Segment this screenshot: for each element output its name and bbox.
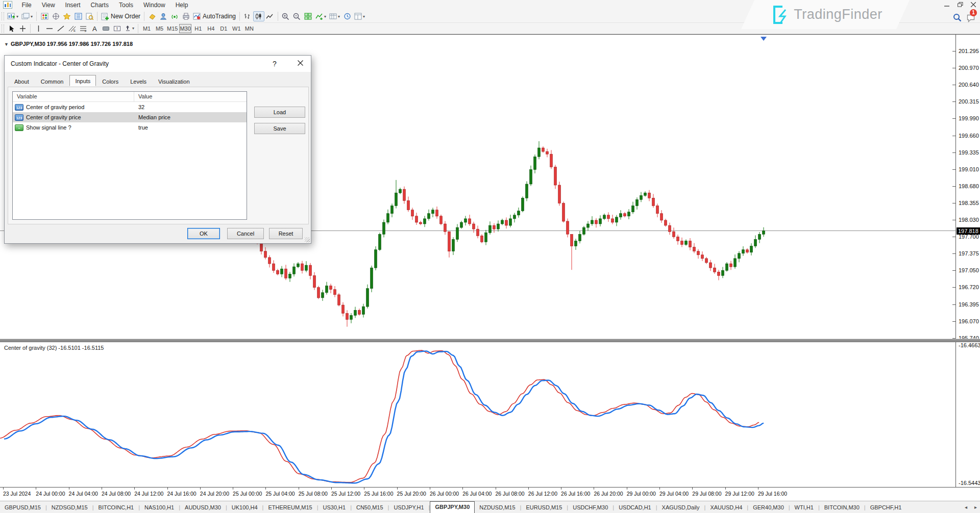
price-axis[interactable] [955, 34, 956, 488]
input-row-center-of-gravity-period[interactable]: 123Center of gravity period32 [13, 102, 247, 112]
timeframe-h4[interactable]: H4 [205, 24, 217, 33]
input-row-show-signal-line[interactable]: ~Show signal line ?true [13, 122, 247, 133]
dialog-tab-common[interactable]: Common [35, 76, 69, 87]
parameter-value[interactable]: 32 [134, 104, 247, 110]
symbol-tab-gbpchf-h1[interactable]: GBPCHF,H1 [866, 502, 906, 513]
toolbar-drag-handle[interactable] [2, 12, 4, 20]
community-button[interactable] [158, 11, 169, 21]
symbol-tab-gbpjpy-m30[interactable]: GBPJPY,M30 [430, 501, 475, 513]
timeframe-m5[interactable]: M5 [154, 24, 165, 33]
symbol-tab-ethereum-m15[interactable]: ETHEREUM,M15 [263, 502, 316, 513]
tab-scroll-right-icon[interactable]: ▸ [974, 504, 977, 510]
symbol-tab-gbpusd-m15[interactable]: GBPUSD,M15 [0, 502, 45, 513]
dialog-tab-colors[interactable]: Colors [96, 76, 124, 87]
indicators-button[interactable]: ▾ [314, 11, 328, 21]
dialog-tab-inputs[interactable]: Inputs [69, 75, 96, 86]
menu-item-window[interactable]: Window [138, 0, 170, 10]
symbol-tab-us30-h1[interactable]: US30,H1 [318, 502, 350, 513]
dialog-resize-grip[interactable] [305, 237, 310, 242]
menu-item-charts[interactable]: Charts [86, 0, 114, 10]
navigator-button[interactable] [50, 11, 61, 21]
arrows-button[interactable]: ▾ [122, 23, 136, 34]
parameter-value[interactable]: Median price [134, 114, 247, 120]
menu-item-view[interactable]: View [37, 0, 60, 10]
symbol-tab-nzdsgd-m15[interactable]: NZDSGD,M15 [47, 502, 92, 513]
parameter-value[interactable]: true [134, 124, 247, 131]
templates-button[interactable]: ▾ [353, 11, 366, 21]
timeframe-m15[interactable]: M15 [166, 24, 178, 33]
symbol-tab-bitcoin-m30[interactable]: BITCOIN,M30 [820, 502, 864, 513]
symbol-tab-usdcad-h1[interactable]: USDCAD,H1 [614, 502, 656, 513]
ok-button[interactable]: OK [187, 228, 220, 239]
restore-button[interactable] [955, 1, 965, 8]
reset-button[interactable]: Reset [269, 228, 303, 239]
timeframe-m30[interactable]: M30 [179, 24, 191, 33]
symbol-tab-usdchf-m30[interactable]: USDCHF,M30 [568, 502, 612, 513]
profiles-button[interactable]: ▾ [20, 11, 34, 21]
column-header-variable[interactable]: Variable [13, 92, 134, 101]
minimize-button[interactable] [942, 1, 951, 8]
new-chart-button[interactable]: ▾ [6, 11, 20, 21]
timeframe-mn[interactable]: MN [243, 24, 255, 33]
time-axis[interactable]: 23 Jul 202424 Jul 00:0024 Jul 04:0024 Ju… [0, 488, 980, 501]
clock-button[interactable] [341, 11, 353, 21]
signals-button[interactable] [169, 11, 180, 21]
rectangle-button[interactable] [100, 23, 111, 34]
timeframe-m1[interactable]: M1 [141, 24, 153, 33]
symbol-tab-cn50-m15[interactable]: CN50,M15 [352, 502, 388, 513]
market-watch-button[interactable] [39, 11, 50, 21]
periods-button[interactable]: ▾ [328, 11, 341, 21]
symbol-tab-ger40-m30[interactable]: GER40,M30 [748, 502, 789, 513]
toolbar-drag-handle[interactable] [2, 24, 4, 33]
vertical-line-button[interactable] [33, 23, 44, 34]
menu-item-file[interactable]: File [16, 0, 36, 10]
crosshair-button[interactable] [17, 23, 28, 34]
fibonacci-button[interactable]: F [78, 23, 89, 34]
channel-button[interactable]: E [66, 23, 78, 34]
timeframe-h1[interactable]: H1 [192, 24, 204, 33]
inputs-table[interactable]: Variable Value 123Center of gravity peri… [12, 91, 247, 220]
favorites-button[interactable] [61, 11, 72, 21]
load-button[interactable]: Load [254, 107, 305, 118]
metaeditor-button[interactable] [146, 11, 158, 21]
print-button[interactable] [180, 11, 191, 21]
tile-windows-button[interactable] [303, 11, 314, 21]
dialog-tab-visualization[interactable]: Visualization [153, 76, 195, 87]
symbol-tab-uk100-h4[interactable]: UK100,H4 [227, 502, 262, 513]
autotrading-button[interactable]: AutoTrading [191, 11, 237, 21]
cancel-button[interactable]: Cancel [227, 228, 264, 239]
trendline-button[interactable] [55, 23, 66, 34]
dialog-tab-levels[interactable]: Levels [125, 76, 152, 87]
save-button[interactable]: Save [254, 123, 305, 134]
symbol-tab-wti-h1[interactable]: WTI,H1 [790, 502, 818, 513]
notifications-button[interactable]: 1 [967, 12, 978, 22]
dialog-close-button[interactable] [291, 58, 309, 70]
symbol-tab-eurusd-m15[interactable]: EURUSD,M15 [521, 502, 567, 513]
symbol-tab-usdjpy-h1[interactable]: USDJPY,H1 [389, 502, 428, 513]
search-icon[interactable] [953, 13, 962, 22]
text-label-button[interactable]: T [111, 23, 122, 34]
dialog-titlebar[interactable]: Custom Indicator - Center of Gravity ? [5, 56, 311, 72]
symbol-tab-nas100-h1[interactable]: NAS100,H1 [140, 502, 179, 513]
tab-scroll-left-icon[interactable]: ◂ [965, 504, 967, 510]
zoom-out-button[interactable] [291, 11, 303, 21]
close-button[interactable] [969, 1, 978, 8]
horizontal-line-button[interactable] [44, 23, 55, 34]
menu-item-help[interactable]: Help [170, 0, 193, 10]
pane-splitter[interactable] [0, 339, 980, 342]
symbol-tab-nzdusd-m15[interactable]: NZDUSD,M15 [475, 502, 520, 513]
line-mode-button[interactable] [264, 11, 276, 21]
menu-item-insert[interactable]: Insert [60, 0, 86, 10]
new-order-button[interactable]: New Order [100, 11, 142, 21]
cursor-button[interactable] [6, 23, 17, 34]
zoom-in-button[interactable] [280, 11, 291, 21]
text-button[interactable]: A [89, 23, 100, 34]
column-header-value[interactable]: Value [134, 92, 247, 101]
input-row-center-of-gravity-price[interactable]: 123Center of gravity priceMedian price [13, 112, 247, 122]
bars-mode-button[interactable] [242, 11, 253, 21]
dialog-tab-about[interactable]: About [9, 76, 35, 87]
symbol-tab-xagusd-daily[interactable]: XAGUSD,Daily [657, 502, 704, 513]
dialog-help-button[interactable]: ? [267, 58, 282, 70]
candles-mode-button[interactable] [253, 11, 264, 21]
menu-item-tools[interactable]: Tools [114, 0, 138, 10]
